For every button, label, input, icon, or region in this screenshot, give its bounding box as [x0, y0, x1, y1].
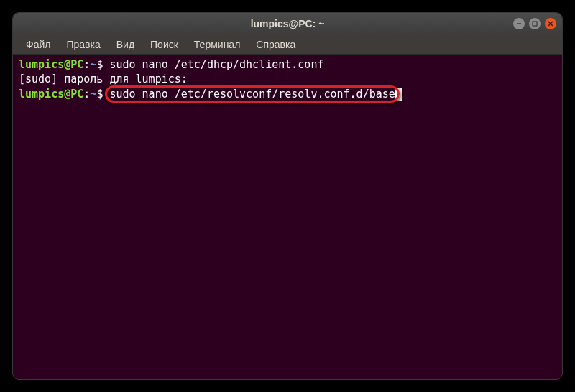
menu-view[interactable]: Вид: [109, 36, 142, 53]
menu-help[interactable]: Справка: [249, 36, 303, 53]
menu-search[interactable]: Поиск: [143, 36, 185, 53]
menubar: Файл Правка Вид Поиск Терминал Справка: [13, 34, 562, 55]
maximize-button[interactable]: [529, 18, 540, 29]
prompt-sep: :: [83, 88, 90, 101]
terminal-window: lumpics@PC: ~ Файл Правка Вид Поиск Терм…: [13, 13, 562, 379]
terminal-body[interactable]: lumpics@PC:~$ sudo nano /etc/dhcp/dhclie…: [13, 55, 562, 104]
prompt-sep: :: [83, 58, 90, 71]
terminal-line: [sudo] пароль для lumpics:: [19, 72, 556, 86]
minimize-icon: [516, 21, 522, 27]
menu-terminal[interactable]: Терминал: [187, 36, 247, 53]
prompt-user: lumpics@PC: [19, 88, 83, 101]
cursor: [395, 88, 402, 101]
titlebar[interactable]: lumpics@PC: ~: [13, 13, 562, 34]
menu-file[interactable]: Файл: [19, 36, 58, 53]
minimize-button[interactable]: [513, 18, 525, 29]
window-title: lumpics@PC: ~: [251, 18, 325, 29]
terminal-line: lumpics@PC:~$ sudo nano /etc/dhcp/dhclie…: [19, 57, 556, 72]
maximize-icon: [532, 21, 538, 27]
output-text: [sudo] пароль для lumpics:: [19, 73, 194, 85]
window-controls: [513, 18, 556, 29]
menu-edit[interactable]: Правка: [59, 36, 107, 53]
terminal-line: lumpics@PC:~$ sudo nano /etc/resolvconf/…: [19, 87, 556, 101]
command-text: sudo nano /etc/resolvconf/resolv.conf.d/…: [109, 88, 395, 101]
highlighted-command: sudo nano /etc/resolvconf/resolv.conf.d/…: [109, 87, 395, 101]
prompt-user: lumpics@PC: [19, 58, 83, 71]
command-text: sudo nano /etc/dhcp/dhclient.conf: [109, 58, 323, 71]
close-button[interactable]: [545, 18, 556, 29]
svg-rect-1: [533, 22, 537, 26]
close-icon: [548, 21, 553, 27]
